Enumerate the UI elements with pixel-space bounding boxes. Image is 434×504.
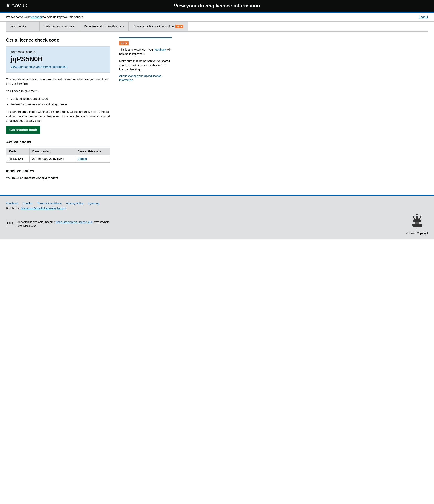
svg-marker-2 <box>413 215 422 222</box>
site-header: ♕ GOV.UK View your driving licence infor… <box>0 0 434 13</box>
tab-your-details[interactable]: Your details <box>6 22 40 31</box>
footer-bottom: OGL All content is available under the O… <box>6 213 428 235</box>
footer-links: Feedback Cookies Terms & Conditions Priv… <box>6 202 428 205</box>
footer-link-cookies[interactable]: Cookies <box>23 202 33 205</box>
table-header-row: Code Date created Cancel this code <box>6 148 110 155</box>
svg-rect-6 <box>415 222 419 224</box>
tab-share-licence[interactable]: Share your licence information BETA <box>129 22 188 31</box>
footer-link-privacy[interactable]: Privacy Policy <box>66 202 83 205</box>
tab-penalties[interactable]: Penalties and disqualifications <box>79 22 128 31</box>
ogl-logo: OGL <box>6 220 16 226</box>
requirements-list: a unique licence check code the last 8 c… <box>10 96 110 107</box>
date-cell: 25 February 2015 15:48 <box>30 155 75 163</box>
ogl-link[interactable]: Open Government Licence v2.0 <box>55 220 92 224</box>
col-header-code: Code <box>6 148 30 155</box>
gov-logo-text: GOV.UK <box>12 4 27 9</box>
sidebar-beta-badge: BETA <box>119 41 129 45</box>
sidebar-blue-bar <box>119 37 171 38</box>
svg-point-4 <box>413 216 414 217</box>
sidebar-warning-text: Make sure that the person you've shared … <box>119 59 171 72</box>
dvla-link[interactable]: Driver and Vehicle Licensing Agency <box>20 207 66 210</box>
svg-rect-1 <box>413 226 422 227</box>
page-title: View your driving licence information <box>174 3 260 9</box>
table-row: jqPS5N0H 25 February 2015 15:48 Cancel <box>6 155 110 163</box>
no-inactive-text: You have no inactive code(s) to view <box>6 176 110 180</box>
svg-point-5 <box>420 216 421 217</box>
footer-built-by: Built by the Driver and Vehicle Licensin… <box>6 207 428 210</box>
codes-info-text: You can create 5 codes within a 24 hour … <box>6 110 110 123</box>
list-item: the last 8 characters of your driving li… <box>10 102 110 107</box>
crown-emblem-icon: ♕ <box>410 213 425 230</box>
col-header-date: Date created <box>30 148 75 155</box>
get-another-code-button[interactable]: Get another code <box>6 126 40 134</box>
tab-vehicles[interactable]: Vehicles you can drive <box>40 22 79 31</box>
code-cell: jqPS5N0H <box>6 155 30 163</box>
active-codes-table: Code Date created Cancel this code jqPS5… <box>6 148 110 163</box>
sidebar: BETA This is a new service – your feedba… <box>119 37 171 187</box>
body-text-2: You'll need to give them: <box>6 89 110 93</box>
svg-text:♕: ♕ <box>416 227 417 229</box>
footer-link-cymraeg[interactable]: Cymraeg <box>88 202 99 205</box>
footer-link-terms[interactable]: Terms & Conditions <box>37 202 62 205</box>
welcome-bar: We welcome your feedback to help us impr… <box>0 13 434 22</box>
welcome-text: We welcome your feedback to help us impr… <box>6 16 84 19</box>
sidebar-feedback-link[interactable]: feedback <box>155 48 166 51</box>
feedback-link[interactable]: feedback <box>30 16 43 19</box>
col-header-cancel: Cancel this code <box>75 148 110 155</box>
cancel-link[interactable]: Cancel <box>77 157 87 160</box>
active-codes-heading: Active codes <box>6 140 110 144</box>
sidebar-about-link[interactable]: About sharing your driving licence infor… <box>119 74 171 82</box>
check-code-value: jqPS5N0H <box>11 55 106 63</box>
crown-icon: ♕ <box>6 3 10 9</box>
beta-badge-tab: BETA <box>176 25 184 28</box>
check-code-link[interactable]: View, print or save your licence informa… <box>11 65 106 69</box>
nav-tabs: Your details Vehicles you can drive Pena… <box>6 22 428 32</box>
body-text-1: You can share your licence information w… <box>6 77 110 86</box>
list-item: a unique licence check code <box>10 96 110 101</box>
view-print-save-link[interactable]: View, print or save your licence informa… <box>11 65 67 68</box>
gov-logo: ♕ GOV.UK <box>6 3 27 9</box>
footer-ogl: OGL All content is available under the O… <box>6 220 118 228</box>
svg-point-3 <box>416 214 418 216</box>
page-heading: Get a licence check code <box>6 37 110 43</box>
check-code-box: Your check code is: jqPS5N0H View, print… <box>6 46 110 72</box>
footer-crown: ♕ © Crown Copyright <box>406 213 428 235</box>
main-content: Get a licence check code Your check code… <box>6 37 110 187</box>
check-code-label: Your check code is: <box>11 50 106 54</box>
inactive-codes-heading: Inactive codes <box>6 169 110 173</box>
main-container: Get a licence check code Your check code… <box>0 32 186 187</box>
footer-copyright: © Crown Copyright <box>406 232 428 235</box>
cancel-cell[interactable]: Cancel <box>75 155 110 163</box>
footer: Feedback Cookies Terms & Conditions Priv… <box>0 196 434 239</box>
sidebar-beta-text: This is a new service – your feedback wi… <box>119 48 171 56</box>
footer-link-feedback[interactable]: Feedback <box>6 202 18 205</box>
logout-link[interactable]: Logout <box>419 16 428 19</box>
svg-rect-0 <box>412 224 422 226</box>
